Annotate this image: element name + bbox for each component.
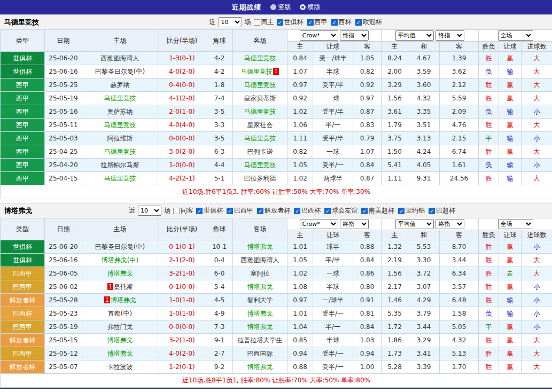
home-team-link[interactable]: 博塔弗戈 [107, 350, 133, 357]
cup-filter[interactable]: 欧冠杯 [355, 18, 382, 27]
home-team-link[interactable]: 马德里竞技 [104, 121, 136, 129]
cup-filter[interactable]: 南美超杯 [361, 206, 394, 215]
away-team-link[interactable]: 博塔弗戈 [247, 310, 273, 317]
home-team-link[interactable]: 博塔弗戈 [107, 270, 133, 277]
euro-away-odds: 6.34 [440, 267, 479, 280]
checkbox-checked-icon[interactable] [361, 208, 368, 214]
cup-filter[interactable]: 西甲 [307, 18, 328, 27]
goals-header: 进球数 [522, 230, 552, 240]
home-team-link[interactable]: 巴黎圣日尔曼(中) [95, 68, 145, 75]
asian-odds-stage-select[interactable]: 终指 [340, 30, 369, 41]
competition-badge: 西甲 [1, 159, 45, 172]
asian-away-odds: 0.80 [353, 280, 382, 294]
checkbox-checked-icon[interactable] [307, 19, 314, 26]
checkbox-checked-icon[interactable] [324, 208, 331, 214]
asian-odds-book-select[interactable]: Crow* [300, 219, 338, 229]
away-team-link[interactable]: 马德里竞技 [244, 135, 276, 142]
handicap-result: 走 [499, 267, 522, 280]
euro-odds-stage-select[interactable]: 终指 [436, 219, 464, 229]
away-team-link[interactable]: 马德里竞技 [244, 108, 276, 115]
home-team-link[interactable]: 卡拉波波 [107, 363, 133, 371]
home-team-link[interactable]: 马德里竞技 [104, 175, 136, 182]
home-team-link[interactable]: 赫罗纳 [111, 81, 130, 89]
euro-away-odds: 24.56 [440, 172, 479, 185]
cup-filter[interactable]: 世俱杯 [277, 18, 304, 27]
checkbox-checked-icon[interactable] [355, 19, 362, 26]
home-team-link[interactable]: 奥萨苏纳 [107, 108, 133, 115]
scope-select[interactable]: 全场 [498, 219, 533, 229]
home-team-link[interactable]: 西雅图海湾人 [101, 54, 139, 62]
away-team-link[interactable]: 智利大学 [247, 296, 273, 304]
col-away-header: 客场 [233, 218, 287, 240]
away-team-link[interactable]: 塞阿拉 [251, 270, 270, 277]
cup-filter[interactable]: 巴超杯 [429, 206, 455, 215]
cup-filter[interactable]: 里约锦 [398, 206, 425, 215]
col-home-header: 主场 [82, 30, 158, 52]
euro-odds-selects-cell: 平均值 终指 [382, 30, 479, 42]
same-venue-filter[interactable]: 同客 [173, 206, 193, 215]
home-team-link[interactable]: 首都(中) [108, 310, 132, 317]
away-team-link[interactable]: 博塔弗戈 [247, 363, 273, 371]
checkbox-checked-icon[interactable] [277, 19, 283, 26]
away-team-link[interactable]: 博塔弗戈 [247, 243, 273, 250]
home-team-link[interactable]: 巴黎圣日尔曼(中) [95, 243, 145, 250]
checkbox-checked-icon[interactable] [227, 208, 233, 214]
match-date: 25-05-15 [45, 334, 82, 347]
asian-odds-book-select[interactable]: Crow* [300, 30, 338, 41]
match-date: 25-06-20 [45, 52, 82, 65]
checkbox-checked-icon[interactable] [196, 208, 203, 214]
asian-handicap: 受半/一 [313, 307, 353, 320]
home-team-link[interactable]: 马德里竞技 [104, 148, 136, 155]
checkbox-checked-icon[interactable] [257, 208, 263, 214]
layout-horizontal-radio[interactable]: 横版 [300, 3, 321, 12]
home-team-link[interactable]: 博塔弗戈(中) [102, 256, 138, 264]
away-team-link[interactable]: 皇家社会 [247, 121, 273, 129]
scope-select[interactable]: 全场 [498, 30, 533, 41]
checkbox-unchecked-icon[interactable] [173, 208, 180, 214]
topbar: 近期战绩 竖版 横版 [0, 0, 552, 14]
cup-filter[interactable]: 解放者杯 [257, 206, 290, 215]
asian-odds-stage-select[interactable]: 终指 [340, 219, 369, 229]
radio-unchecked-icon[interactable] [270, 4, 276, 10]
same-venue-filter[interactable]: 同主 [254, 18, 274, 27]
checkbox-checked-icon[interactable] [398, 208, 405, 214]
home-team-link[interactable]: 桑托斯 [114, 283, 133, 291]
checkbox-checked-icon[interactable] [294, 208, 300, 214]
home-team-link[interactable]: 拉斯帕尔马斯 [101, 161, 139, 169]
away-team-link[interactable]: 巴西国际 [247, 350, 273, 357]
cup-filter[interactable]: 巴西甲 [227, 206, 253, 215]
cup-filter[interactable]: 世俱杯 [196, 206, 223, 215]
home-team-link[interactable]: 马德里竞技 [104, 95, 136, 102]
away-team-link[interactable]: 马德里竞技 [244, 81, 276, 89]
asian-home-header: 主 [287, 42, 313, 52]
away-team-link[interactable]: 博塔弗戈 [247, 323, 273, 331]
away-team-link[interactable]: 巴拉多利德 [244, 175, 276, 182]
cup-filter[interactable]: 巴西杯 [294, 206, 321, 215]
layout-vertical-radio[interactable]: 竖版 [270, 3, 291, 12]
away-team-link[interactable]: 马德里竞技 [244, 161, 276, 169]
checkbox-unchecked-icon[interactable] [254, 19, 260, 26]
home-team-link[interactable]: 弗拉门戈 [107, 323, 133, 331]
away-team-link[interactable]: 博塔弗戈 [247, 283, 273, 291]
away-team-link[interactable]: 马德里竞技 [240, 68, 273, 75]
away-team-link[interactable]: 马德里竞技 [244, 54, 276, 62]
away-team-link[interactable]: 巴列卡诺 [247, 148, 273, 155]
away-team-link[interactable]: 拉普拉塔大学生 [238, 336, 283, 344]
home-team-link[interactable]: 博塔弗戈 [107, 336, 133, 344]
away-team-link[interactable]: 皇家贝蒂斯 [244, 95, 276, 102]
checkbox-checked-icon[interactable] [331, 19, 338, 26]
euro-odds-book-select[interactable]: 平均值 [395, 30, 434, 41]
euro-odds-book-select[interactable]: 平均值 [395, 219, 434, 229]
checkbox-checked-icon[interactable] [429, 208, 435, 214]
home-team-link[interactable]: 阿拉维斯 [107, 135, 133, 142]
cup-filter[interactable]: 球会友谊 [324, 206, 357, 215]
home-team-link[interactable]: 博塔弗戈 [111, 296, 136, 304]
away-team-link[interactable]: 西雅图海湾人 [241, 256, 279, 264]
match-count-select[interactable]: 10 [138, 206, 161, 216]
asian-away-odds: 0.84 [353, 320, 382, 334]
euro-odds-stage-select[interactable]: 终指 [436, 30, 464, 41]
match-count-select[interactable]: 10 [219, 17, 242, 27]
cup-filter[interactable]: 西杯 [331, 18, 352, 27]
radio-checked-icon[interactable] [300, 4, 306, 10]
euro-home-odds: 1.46 [382, 294, 408, 307]
